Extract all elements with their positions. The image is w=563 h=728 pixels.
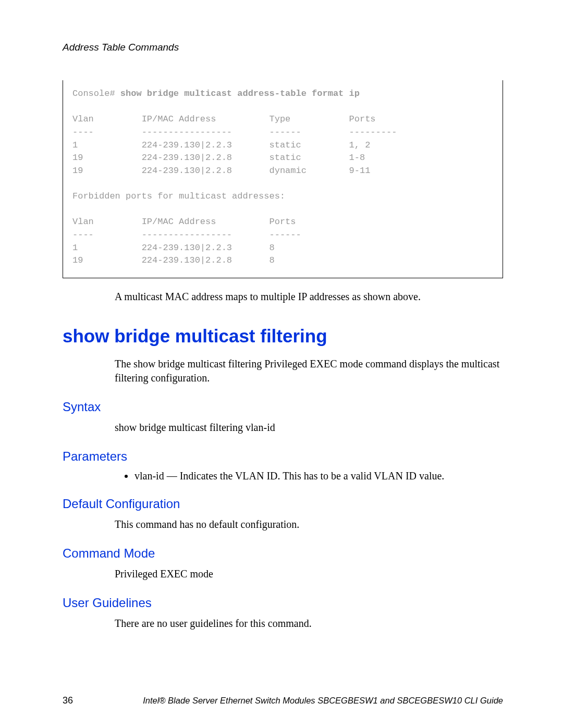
t1-r0c2: static [269, 140, 301, 150]
default-config-heading: Default Configuration [63, 497, 503, 511]
forbidden-label: Forbidden ports for multicast addresses: [72, 191, 285, 201]
console-command: show bridge multicast address-table form… [120, 89, 360, 98]
syntax-heading: Syntax [63, 400, 503, 414]
footer-guide-title: Intel® Blade Server Ethernet Switch Modu… [73, 696, 503, 706]
t2-r0c2: 8 [269, 243, 274, 253]
t1-r0c1: 224-239.130|2.2.3 [142, 140, 232, 150]
t1-h-ip: IP/MAC Address [142, 114, 216, 124]
t1-r0c3: 1, 2 [349, 140, 371, 150]
console-prompt: Console# [72, 89, 120, 98]
t1-r1c3: 1-8 [349, 153, 365, 163]
t1-r2c0: 19 [72, 166, 83, 176]
t1-s2: ------ [270, 127, 301, 137]
t1-s3: --------- [349, 127, 397, 137]
default-config-body: This command has no default configuratio… [115, 517, 503, 532]
t2-h-ports: Ports [270, 217, 296, 227]
t2-s0: ---- [72, 230, 94, 240]
page: Address Table Commands Console# show bri… [0, 0, 563, 728]
command-mode-body: Privileged EXEC mode [115, 567, 503, 581]
page-number: 36 [63, 695, 73, 706]
t2-r1c0: 19 [72, 255, 83, 265]
t2-r1c2: 8 [269, 255, 274, 265]
t1-h-type: Type [270, 114, 291, 124]
t1-s0: ---- [72, 127, 94, 137]
running-header: Address Table Commands [63, 42, 503, 53]
parameter-item: vlan-id — Indicates the VLAN ID. This ha… [134, 470, 503, 482]
command-mode-heading: Command Mode [63, 546, 503, 561]
t1-r1c1: 224-239.130|2.2.8 [142, 153, 232, 163]
t1-h-ports: Ports [349, 114, 376, 124]
user-guidelines-heading: User Guidelines [63, 596, 503, 610]
t1-r2c3: 9-11 [349, 166, 371, 176]
t1-s1: ----------------- [142, 127, 232, 137]
parameters-list: vlan-id — Indicates the VLAN ID. This ha… [124, 470, 503, 482]
page-footer: 36 Intel® Blade Server Ethernet Switch M… [63, 695, 503, 706]
note-below-box: A multicast MAC address maps to multiple… [115, 290, 503, 304]
t2-r0c0: 1 [72, 243, 78, 253]
t1-h-vlan: Vlan [72, 114, 94, 124]
t1-r2c1: 224-239.130|2.2.8 [142, 166, 232, 176]
t1-r2c2: dynamic [269, 166, 306, 176]
t2-h-ip: IP/MAC Address [142, 217, 216, 227]
user-guidelines-body: There are no user guidelines for this co… [115, 616, 503, 631]
console-output-box: Console# show bridge multicast address-t… [63, 80, 503, 278]
t2-r1c1: 224-239.130|2.2.8 [142, 255, 232, 265]
t1-r1c2: static [269, 153, 301, 163]
t2-s2: ------ [270, 230, 301, 240]
t2-s1: ----------------- [142, 230, 232, 240]
parameters-heading: Parameters [63, 449, 503, 464]
t2-h-vlan: Vlan [72, 217, 94, 227]
section-title: show bridge multicast filtering [63, 326, 503, 347]
section-intro: The show bridge multicast filtering Priv… [115, 357, 503, 385]
t1-r1c0: 19 [72, 153, 83, 163]
t2-r0c1: 224-239.130|2.2.3 [142, 243, 232, 253]
t1-r0c0: 1 [72, 140, 78, 150]
syntax-body: show bridge multicast filtering vlan-id [115, 421, 503, 435]
